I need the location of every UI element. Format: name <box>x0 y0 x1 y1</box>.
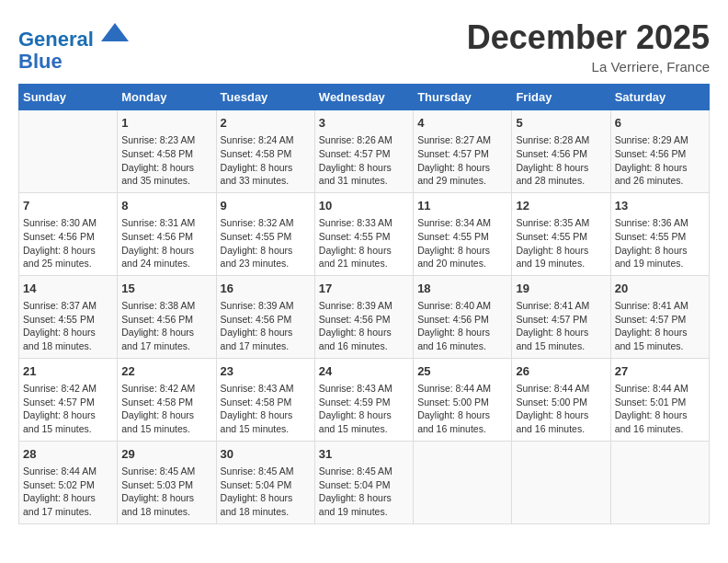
calendar-cell: 19Sunrise: 8:41 AM Sunset: 4:57 PM Dayli… <box>512 275 610 358</box>
calendar-cell: 15Sunrise: 8:38 AM Sunset: 4:56 PM Dayli… <box>118 275 216 358</box>
calendar-cell <box>610 441 709 523</box>
day-number: 7 <box>23 198 113 214</box>
logo: General Blue <box>18 18 129 73</box>
day-info: Sunrise: 8:40 AM Sunset: 4:56 PM Dayligh… <box>417 299 507 353</box>
calendar-cell: 20Sunrise: 8:41 AM Sunset: 4:57 PM Dayli… <box>610 275 709 358</box>
col-header-monday: Monday <box>118 85 216 110</box>
day-number: 8 <box>121 198 211 214</box>
day-number: 27 <box>615 363 705 380</box>
week-row-4: 21Sunrise: 8:42 AM Sunset: 4:57 PM Dayli… <box>19 358 710 441</box>
calendar-cell: 18Sunrise: 8:40 AM Sunset: 4:56 PM Dayli… <box>414 275 512 358</box>
day-info: Sunrise: 8:43 AM Sunset: 4:58 PM Dayligh… <box>221 382 311 436</box>
day-info: Sunrise: 8:44 AM Sunset: 5:02 PM Dayligh… <box>23 465 113 519</box>
day-info: Sunrise: 8:29 AM Sunset: 4:56 PM Dayligh… <box>615 133 705 188</box>
calendar-cell: 27Sunrise: 8:44 AM Sunset: 5:01 PM Dayli… <box>610 358 709 441</box>
day-number: 21 <box>23 363 113 380</box>
calendar-cell: 13Sunrise: 8:36 AM Sunset: 4:55 PM Dayli… <box>610 192 709 275</box>
calendar-cell: 6Sunrise: 8:29 AM Sunset: 4:56 PM Daylig… <box>610 110 709 193</box>
day-number: 22 <box>121 363 211 380</box>
page-header: General Blue December 2025 La Verriere, … <box>18 18 710 75</box>
calendar-cell: 5Sunrise: 8:28 AM Sunset: 4:56 PM Daylig… <box>512 110 610 193</box>
day-number: 3 <box>319 115 409 132</box>
day-info: Sunrise: 8:36 AM Sunset: 4:55 PM Dayligh… <box>615 216 705 270</box>
month-title: December 2025 <box>467 18 710 57</box>
calendar-cell: 7Sunrise: 8:30 AM Sunset: 4:56 PM Daylig… <box>19 192 118 275</box>
day-number: 31 <box>319 446 409 463</box>
calendar-cell: 9Sunrise: 8:32 AM Sunset: 4:55 PM Daylig… <box>216 192 314 275</box>
calendar-cell: 23Sunrise: 8:43 AM Sunset: 4:58 PM Dayli… <box>216 358 314 441</box>
col-header-saturday: Saturday <box>610 85 709 110</box>
calendar-cell <box>19 110 118 193</box>
day-number: 25 <box>417 363 507 380</box>
day-number: 11 <box>417 198 507 214</box>
title-block: December 2025 La Verriere, France <box>467 18 710 75</box>
day-info: Sunrise: 8:31 AM Sunset: 4:56 PM Dayligh… <box>121 216 211 270</box>
calendar-cell: 28Sunrise: 8:44 AM Sunset: 5:02 PM Dayli… <box>19 441 118 523</box>
calendar-cell <box>512 441 610 523</box>
day-info: Sunrise: 8:44 AM Sunset: 5:00 PM Dayligh… <box>516 382 606 436</box>
day-info: Sunrise: 8:32 AM Sunset: 4:55 PM Dayligh… <box>221 216 311 270</box>
col-header-sunday: Sunday <box>19 85 118 110</box>
day-info: Sunrise: 8:42 AM Sunset: 4:58 PM Dayligh… <box>121 382 211 436</box>
week-row-3: 14Sunrise: 8:37 AM Sunset: 4:55 PM Dayli… <box>19 275 710 358</box>
day-info: Sunrise: 8:38 AM Sunset: 4:56 PM Dayligh… <box>121 299 211 353</box>
calendar-cell: 30Sunrise: 8:45 AM Sunset: 5:04 PM Dayli… <box>216 441 314 523</box>
day-number: 23 <box>221 363 311 380</box>
day-number: 13 <box>615 198 705 214</box>
day-info: Sunrise: 8:39 AM Sunset: 4:56 PM Dayligh… <box>319 299 409 353</box>
day-info: Sunrise: 8:43 AM Sunset: 4:59 PM Dayligh… <box>319 382 409 436</box>
day-info: Sunrise: 8:37 AM Sunset: 4:55 PM Dayligh… <box>23 299 113 353</box>
logo-icon <box>101 18 129 46</box>
day-number: 9 <box>221 198 311 214</box>
day-info: Sunrise: 8:45 AM Sunset: 5:03 PM Dayligh… <box>121 465 211 519</box>
calendar-cell: 29Sunrise: 8:45 AM Sunset: 5:03 PM Dayli… <box>118 441 216 523</box>
calendar-cell: 1Sunrise: 8:23 AM Sunset: 4:58 PM Daylig… <box>118 110 216 193</box>
day-number: 4 <box>417 115 507 132</box>
calendar-cell: 21Sunrise: 8:42 AM Sunset: 4:57 PM Dayli… <box>19 358 118 441</box>
day-info: Sunrise: 8:23 AM Sunset: 4:58 PM Dayligh… <box>121 133 211 188</box>
day-info: Sunrise: 8:41 AM Sunset: 4:57 PM Dayligh… <box>516 299 606 353</box>
day-number: 5 <box>516 115 606 132</box>
day-number: 15 <box>121 281 211 297</box>
day-info: Sunrise: 8:44 AM Sunset: 5:00 PM Dayligh… <box>417 382 507 436</box>
day-info: Sunrise: 8:44 AM Sunset: 5:01 PM Dayligh… <box>615 382 705 436</box>
day-number: 30 <box>221 446 311 463</box>
day-info: Sunrise: 8:42 AM Sunset: 4:57 PM Dayligh… <box>23 382 113 436</box>
calendar-cell: 4Sunrise: 8:27 AM Sunset: 4:57 PM Daylig… <box>414 110 512 193</box>
day-number: 24 <box>319 363 409 380</box>
day-number: 16 <box>221 281 311 297</box>
calendar-cell: 2Sunrise: 8:24 AM Sunset: 4:58 PM Daylig… <box>216 110 314 193</box>
day-number: 6 <box>615 115 705 132</box>
day-number: 2 <box>221 115 311 132</box>
calendar-cell: 17Sunrise: 8:39 AM Sunset: 4:56 PM Dayli… <box>314 275 413 358</box>
week-row-5: 28Sunrise: 8:44 AM Sunset: 5:02 PM Dayli… <box>19 441 710 523</box>
day-info: Sunrise: 8:24 AM Sunset: 4:58 PM Dayligh… <box>221 133 311 188</box>
calendar-cell: 10Sunrise: 8:33 AM Sunset: 4:55 PM Dayli… <box>314 192 413 275</box>
calendar-cell: 14Sunrise: 8:37 AM Sunset: 4:55 PM Dayli… <box>19 275 118 358</box>
day-number: 10 <box>319 198 409 214</box>
day-info: Sunrise: 8:30 AM Sunset: 4:56 PM Dayligh… <box>23 216 113 270</box>
day-info: Sunrise: 8:34 AM Sunset: 4:55 PM Dayligh… <box>417 216 507 270</box>
day-number: 12 <box>516 198 606 214</box>
location: La Verriere, France <box>467 59 710 75</box>
day-info: Sunrise: 8:28 AM Sunset: 4:56 PM Dayligh… <box>516 133 606 188</box>
calendar-cell: 24Sunrise: 8:43 AM Sunset: 4:59 PM Dayli… <box>314 358 413 441</box>
calendar-cell: 22Sunrise: 8:42 AM Sunset: 4:58 PM Dayli… <box>118 358 216 441</box>
week-row-1: 1Sunrise: 8:23 AM Sunset: 4:58 PM Daylig… <box>19 110 710 193</box>
col-header-friday: Friday <box>512 85 610 110</box>
day-info: Sunrise: 8:41 AM Sunset: 4:57 PM Dayligh… <box>615 299 705 353</box>
day-number: 17 <box>319 281 409 297</box>
calendar-cell <box>414 441 512 523</box>
day-number: 20 <box>615 281 705 297</box>
day-info: Sunrise: 8:33 AM Sunset: 4:55 PM Dayligh… <box>319 216 409 270</box>
day-info: Sunrise: 8:35 AM Sunset: 4:55 PM Dayligh… <box>516 216 606 270</box>
day-info: Sunrise: 8:27 AM Sunset: 4:57 PM Dayligh… <box>417 133 507 188</box>
col-header-tuesday: Tuesday <box>216 85 314 110</box>
day-number: 19 <box>516 281 606 297</box>
day-number: 26 <box>516 363 606 380</box>
header-row: SundayMondayTuesdayWednesdayThursdayFrid… <box>19 85 710 110</box>
col-header-wednesday: Wednesday <box>314 85 413 110</box>
day-number: 14 <box>23 281 113 297</box>
day-info: Sunrise: 8:26 AM Sunset: 4:57 PM Dayligh… <box>319 133 409 188</box>
day-info: Sunrise: 8:45 AM Sunset: 5:04 PM Dayligh… <box>319 465 409 519</box>
